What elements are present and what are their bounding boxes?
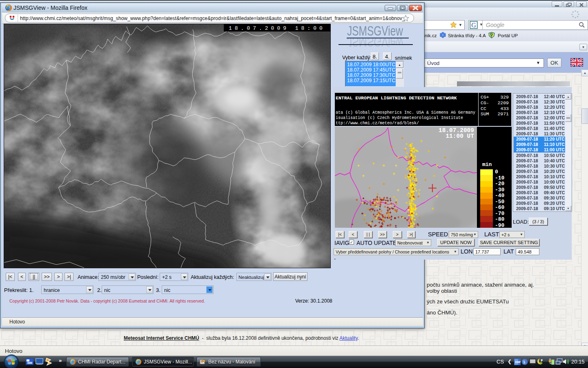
svg-text:0: 0 — [495, 169, 498, 175]
svg-text:18.07.2009 18:00: 18.07.2009 18:00 — [229, 25, 325, 31]
svg-text:-90: -90 — [495, 222, 505, 228]
svg-text:a: a — [523, 359, 526, 364]
svg-text:-70: -70 — [495, 211, 505, 217]
svg-text:-10: -10 — [495, 175, 505, 181]
svg-text:-60: -60 — [495, 204, 505, 211]
svg-text:-50: -50 — [495, 199, 505, 205]
svg-text:-30: -30 — [495, 187, 505, 193]
svg-text:XMP: XMP — [515, 361, 521, 364]
svg-text:min: min — [482, 162, 492, 168]
svg-text:-80: -80 — [495, 216, 505, 222]
svg-text:-20: -20 — [495, 181, 505, 187]
svg-text:11:00 UT: 11:00 UT — [445, 133, 474, 139]
svg-text:-40: -40 — [495, 193, 505, 199]
